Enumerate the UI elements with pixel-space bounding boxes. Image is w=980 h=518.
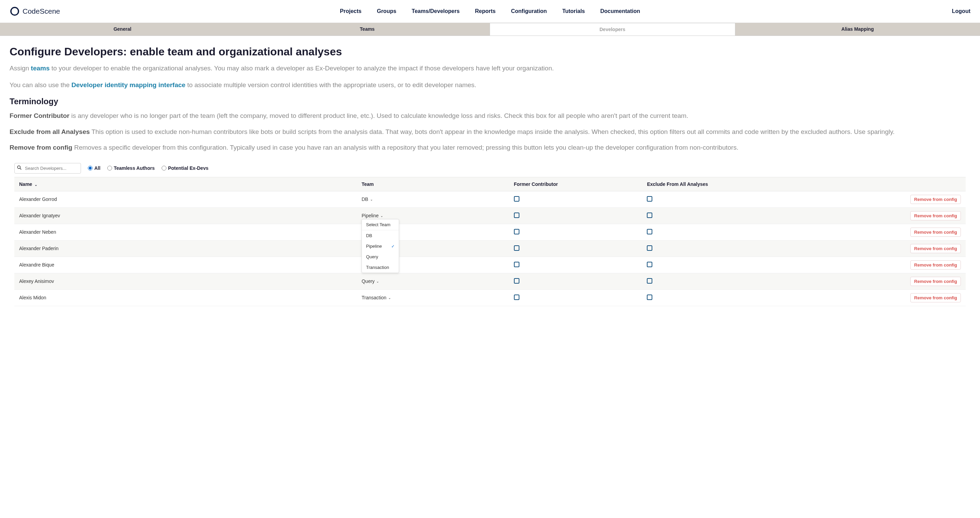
col-name[interactable]: Name ⌄ xyxy=(14,177,357,191)
former-checkbox[interactable] xyxy=(514,262,519,267)
table-row: Alexander IgnatyevPipeline ⌄Select TeamD… xyxy=(14,207,966,224)
exclude-checkbox[interactable] xyxy=(647,294,652,300)
remove-from-config-button[interactable]: Remove from config xyxy=(910,261,961,270)
filter-teamless[interactable]: Teamless Authors xyxy=(107,165,155,171)
dropdown-header[interactable]: Select Team xyxy=(362,219,399,230)
logo-area[interactable]: CodeScene xyxy=(10,6,60,16)
former-checkbox[interactable] xyxy=(514,294,519,300)
cell-name: Alexander Gorrod xyxy=(14,191,357,207)
nav-configuration[interactable]: Configuration xyxy=(511,8,547,14)
identity-mapping-link[interactable]: Developer identity mapping interface xyxy=(72,81,186,89)
cell-exclude xyxy=(642,224,832,240)
search-input[interactable] xyxy=(14,163,81,173)
col-exclude: Exclude From All Analyses xyxy=(642,177,832,191)
dropdown-item[interactable]: Query xyxy=(362,251,399,262)
col-former: Former Contributor xyxy=(509,177,643,191)
tab-general[interactable]: General xyxy=(0,23,245,35)
team-cell-wrap: Query ⌄ xyxy=(361,278,504,284)
former-checkbox[interactable] xyxy=(514,213,519,218)
dropdown-item[interactable]: Transaction xyxy=(362,262,399,273)
developers-table-wrap: Name ⌄ Team Former Contributor Exclude F… xyxy=(10,177,970,306)
former-checkbox[interactable] xyxy=(514,278,519,284)
cell-former xyxy=(509,257,643,273)
filter-all-label: All xyxy=(94,165,100,171)
cell-name: Alexander Neben xyxy=(14,224,357,240)
tab-alias-mapping[interactable]: Alias Mapping xyxy=(735,23,980,35)
dropdown-item[interactable]: DB xyxy=(362,230,399,241)
cell-action: Remove from config xyxy=(832,289,966,306)
nav-projects[interactable]: Projects xyxy=(340,8,361,14)
term-text-remove: Removes a specific developer from this c… xyxy=(72,144,738,151)
term-exclude-analyses: Exclude from all Analyses This option is… xyxy=(10,127,970,137)
identity-paragraph: You can also use the Developer identity … xyxy=(10,80,970,90)
cell-action: Remove from config xyxy=(832,240,966,257)
nav-links: Projects Groups Teams/Developers Reports… xyxy=(340,8,640,14)
filter-exdevs[interactable]: Potential Ex-Devs xyxy=(162,165,208,171)
developers-table: Name ⌄ Team Former Contributor Exclude F… xyxy=(14,177,966,306)
teams-link[interactable]: teams xyxy=(31,65,49,72)
exclude-checkbox[interactable] xyxy=(647,213,652,218)
tab-developers[interactable]: Developers xyxy=(490,23,735,35)
term-text-former: is any developer who is no longer part o… xyxy=(69,112,688,119)
remove-from-config-button[interactable]: Remove from config xyxy=(910,293,961,302)
filter-exdevs-radio[interactable] xyxy=(162,166,166,170)
tab-teams[interactable]: Teams xyxy=(245,23,490,35)
terminology-heading: Terminology xyxy=(10,97,970,106)
remove-from-config-button[interactable]: Remove from config xyxy=(910,195,961,204)
table-row: Alexey AnisimovQuery ⌄Remove from config xyxy=(14,273,966,289)
cell-action: Remove from config xyxy=(832,273,966,289)
filter-exdevs-label: Potential Ex-Devs xyxy=(168,165,208,171)
svg-point-0 xyxy=(11,8,19,15)
team-select[interactable]: Pipeline ⌄ xyxy=(361,213,383,218)
logout-link[interactable]: Logout xyxy=(952,8,970,14)
cell-former xyxy=(509,207,643,224)
team-select[interactable]: Transaction ⌄ xyxy=(361,295,391,300)
chevron-down-icon: ⌄ xyxy=(376,280,379,283)
cell-team: Pipeline ⌄Select TeamDBPipeline✓QueryTra… xyxy=(357,207,509,224)
nav-tutorials[interactable]: Tutorials xyxy=(562,8,585,14)
search-icon xyxy=(17,165,22,171)
col-name-label: Name xyxy=(19,181,32,187)
cell-exclude xyxy=(642,257,832,273)
team-cell-wrap: Transaction ⌄ xyxy=(361,295,504,300)
former-checkbox[interactable] xyxy=(514,229,519,234)
former-checkbox[interactable] xyxy=(514,196,519,202)
cell-name: Alexey Anisimov xyxy=(14,273,357,289)
remove-from-config-button[interactable]: Remove from config xyxy=(910,227,961,237)
nav-documentation[interactable]: Documentation xyxy=(600,8,640,14)
remove-from-config-button[interactable]: Remove from config xyxy=(910,244,961,253)
remove-from-config-button[interactable]: Remove from config xyxy=(910,211,961,220)
exclude-checkbox[interactable] xyxy=(647,196,652,202)
table-row: Alexis MidonTransaction ⌄Remove from con… xyxy=(14,289,966,306)
exclude-checkbox[interactable] xyxy=(647,278,652,284)
team-select[interactable]: DB ⌄ xyxy=(361,197,372,202)
cell-former xyxy=(509,240,643,257)
remove-from-config-button[interactable]: Remove from config xyxy=(910,277,961,286)
chevron-down-icon: ⌄ xyxy=(380,214,383,218)
intro-suffix: to your developer to enable the organiza… xyxy=(49,65,554,72)
top-nav: CodeScene Projects Groups Teams/Develope… xyxy=(0,0,980,23)
exclude-checkbox[interactable] xyxy=(647,262,652,267)
filter-all[interactable]: All xyxy=(88,165,100,171)
dropdown-item-label: DB xyxy=(366,233,372,238)
former-checkbox[interactable] xyxy=(514,245,519,251)
cell-former xyxy=(509,289,643,306)
dropdown-item[interactable]: Pipeline✓ xyxy=(362,241,399,251)
exclude-checkbox[interactable] xyxy=(647,229,652,234)
cell-exclude xyxy=(642,273,832,289)
cell-name: Alexander Paderin xyxy=(14,240,357,257)
check-icon: ✓ xyxy=(391,244,395,249)
cell-team: Query ⌄ xyxy=(357,273,509,289)
filter-teamless-radio[interactable] xyxy=(107,166,112,170)
exclude-checkbox[interactable] xyxy=(647,245,652,251)
team-dropdown-menu: Select TeamDBPipeline✓QueryTransaction xyxy=(361,219,399,273)
nav-reports[interactable]: Reports xyxy=(475,8,495,14)
page-content: Configure Developers: enable team and or… xyxy=(0,36,980,306)
cell-name: Alexander Ignatyev xyxy=(14,207,357,224)
sort-icon: ⌄ xyxy=(35,183,37,187)
filter-all-radio[interactable] xyxy=(88,166,92,170)
nav-groups[interactable]: Groups xyxy=(377,8,396,14)
nav-teams-developers[interactable]: Teams/Developers xyxy=(412,8,460,14)
team-cell-wrap: Pipeline ⌄Select TeamDBPipeline✓QueryTra… xyxy=(361,213,504,218)
team-select[interactable]: Query ⌄ xyxy=(361,278,379,284)
